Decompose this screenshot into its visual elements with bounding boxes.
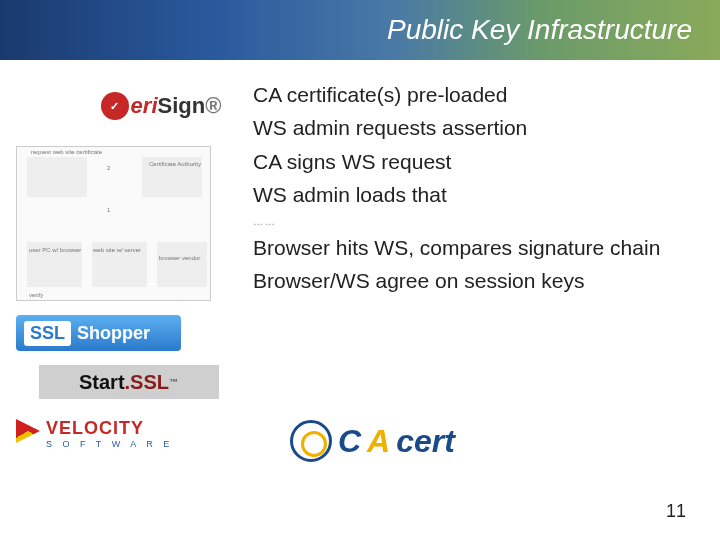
- right-column: CA certificate(s) pre-loaded WS admin re…: [241, 80, 720, 453]
- sslshopper-logo: SSL Shopper: [16, 315, 181, 351]
- shopper-text: Shopper: [77, 323, 150, 344]
- checkmark-icon: ✓: [101, 92, 129, 120]
- divider-dots: ……: [253, 216, 700, 227]
- cacert-c: C: [338, 423, 361, 460]
- velocity-subtext: S O F T W A R E: [46, 439, 173, 449]
- bullet-4: WS admin loads that: [253, 180, 700, 209]
- bullet-6: Browser/WS agree on session keys: [253, 266, 700, 295]
- ssl-badge: SSL: [24, 321, 71, 346]
- verisign-logo: ✓ eriSign®: [71, 80, 251, 132]
- pki-diagram: request web site certificate Certificate…: [16, 146, 211, 301]
- slide-title: Public Key Infrastructure: [387, 14, 692, 46]
- content-area: ✓ eriSign® request web site certificate …: [0, 60, 720, 453]
- velocity-text: VELOCITY: [46, 418, 144, 439]
- cacert-logo: CAcert: [290, 420, 455, 462]
- dotssl-text: .SSL: [125, 371, 169, 394]
- page-number: 11: [666, 501, 686, 522]
- start-text: Start: [79, 371, 125, 394]
- cacert-globe-icon: [290, 420, 332, 462]
- bullet-3: CA signs WS request: [253, 147, 700, 176]
- startssl-logo: Start.SSL™: [39, 365, 219, 399]
- bullet-2: WS admin requests assertion: [253, 113, 700, 142]
- bullet-5: Browser hits WS, compares signature chai…: [253, 233, 700, 262]
- trademark-icon: ™: [169, 377, 178, 387]
- cacert-a: A: [367, 423, 390, 460]
- bullet-1: CA certificate(s) pre-loaded: [253, 80, 700, 109]
- cacert-rest: cert: [396, 423, 455, 460]
- left-column: ✓ eriSign® request web site certificate …: [16, 80, 241, 453]
- header-bar: Public Key Infrastructure: [0, 0, 720, 60]
- velocity-logo: VELOCITY S O F T W A R E: [16, 413, 216, 453]
